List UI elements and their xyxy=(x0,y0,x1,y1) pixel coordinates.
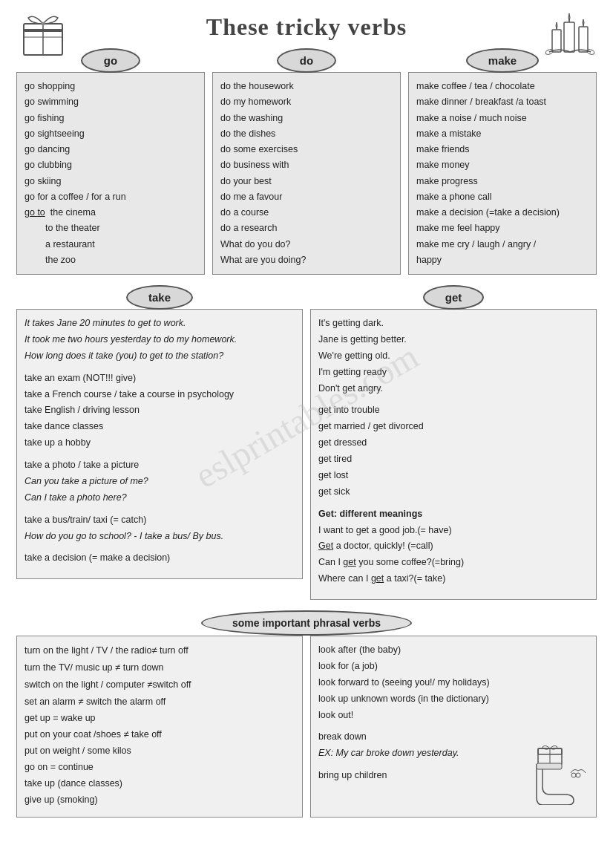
page-header: These tricky verbs xyxy=(16,13,597,41)
svg-rect-7 xyxy=(579,27,588,52)
get-meanings-group: Get: different meanings I want to get a … xyxy=(318,506,589,587)
phrasal-item: take up (dance classes) xyxy=(24,776,295,792)
do-item: do your best xyxy=(220,174,393,189)
phrasal-item: turn on the light / TV / the radio≠ turn… xyxy=(24,642,295,659)
take-intro-group: It takes Jane 20 minutes to get to work.… xyxy=(24,316,295,365)
make-box: make coffee / tea / chocolate make dinne… xyxy=(408,72,597,275)
take-item: take dance classes xyxy=(24,419,295,435)
do-item: do the housework xyxy=(220,79,393,94)
make-item: make a noise / much noise xyxy=(416,111,589,126)
phrasal-item: bring up children xyxy=(318,768,459,784)
do-item: do some exercises xyxy=(220,142,393,157)
get-item: get sick xyxy=(318,484,589,500)
make-item: make a mistake xyxy=(416,126,589,142)
phrasal-item: set an alarm ≠ switch the alarm off xyxy=(24,694,295,711)
phrasal-label: some important phrasal verbs xyxy=(201,610,412,636)
take-group3: take a bus/train/ taxi (= catch) How do … xyxy=(24,512,295,545)
phrasal-item: put on your coat /shoes ≠ take off xyxy=(24,726,295,743)
mid-section: take It takes Jane 20 minutes to get to … xyxy=(16,285,597,600)
go-item: the zoo xyxy=(24,252,197,268)
go-label: go xyxy=(81,48,140,73)
svg-point-3 xyxy=(42,22,45,26)
go-item: go to the cinema xyxy=(24,205,197,221)
svg-rect-5 xyxy=(552,30,561,52)
go-item: go sightseeing xyxy=(24,126,197,142)
phrasal-item: get up = wake up xyxy=(24,711,295,727)
take-intro: How long does it take (you) to get to th… xyxy=(24,348,295,365)
take-box: It takes Jane 20 minutes to get to work.… xyxy=(16,309,303,579)
phrasal-item: look forward to (seeing you!/ my holiday… xyxy=(318,675,589,691)
get-meanings-title: Get: different meanings xyxy=(318,506,589,523)
get-item: Get a doctor, quickly! (=call) xyxy=(318,538,589,555)
do-box: do the housework do my homework do the w… xyxy=(212,72,401,275)
make-label: make xyxy=(466,48,539,73)
do-item: do my homework xyxy=(220,94,393,110)
go-item: go clubbing xyxy=(24,157,197,173)
make-item: make dinner / breakfast /a toast xyxy=(416,94,589,110)
phrasal-item: put on weight / some kilos xyxy=(24,743,295,760)
phrasal-item: turn the TV/ music up ≠ turn down xyxy=(24,659,295,676)
do-column: do do the housework do my homework do th… xyxy=(212,48,401,275)
page-title: These tricky verbs xyxy=(206,13,407,41)
svg-rect-6 xyxy=(564,22,574,52)
phrasal-boxes: turn on the light / TV / the radio≠ turn… xyxy=(16,636,597,818)
take-group2: take a photo / take a picture Can you ta… xyxy=(24,457,295,506)
top-section: go go shopping go swimming go fishing go… xyxy=(16,48,597,275)
phrasal-item-italic: EX: My car broke down yesterday. xyxy=(318,745,459,762)
phrasal-item: switch on the light / computer ≠switch o… xyxy=(24,676,295,694)
get-item: get married / get divorced xyxy=(318,419,589,435)
take-label: take xyxy=(126,285,193,310)
take-item: take a decision (= make a decision) xyxy=(24,550,295,567)
make-item: make coffee / tea / chocolate xyxy=(416,79,589,94)
svg-point-15 xyxy=(576,773,580,777)
do-item: do me a favour xyxy=(220,189,393,205)
phrasal-section: some important phrasal verbs turn on the… xyxy=(16,610,597,818)
make-item: make a phone call xyxy=(416,189,589,205)
take-column: take It takes Jane 20 minutes to get to … xyxy=(16,285,303,600)
do-item: What are you doing? xyxy=(220,252,393,268)
take-item: take a French course / take a course in … xyxy=(24,387,295,403)
get-item: Where can I get a taxi?(= take) xyxy=(318,571,589,587)
go-item: go for a coffee / for a run xyxy=(24,189,197,205)
go-item: a restaurant xyxy=(24,237,197,252)
svg-point-14 xyxy=(571,773,576,777)
get-item: get lost xyxy=(318,468,589,484)
take-item: Can I take a photo here? xyxy=(24,490,295,506)
do-item: do business with xyxy=(220,157,393,173)
take-item: take an exam (NOT!!! give) xyxy=(24,371,295,387)
go-column: go go shopping go swimming go fishing go… xyxy=(16,48,205,275)
take-intro: It took me two hours yesterday to do my … xyxy=(24,332,295,348)
do-item: What do you do? xyxy=(220,237,393,252)
phrasal-item: look out! xyxy=(318,708,589,724)
phrasal-title-row: some important phrasal verbs xyxy=(16,610,597,636)
go-item: go dancing xyxy=(24,142,197,157)
get-item: get into trouble xyxy=(318,402,589,419)
take-item: take a photo / take a picture xyxy=(24,457,295,474)
do-item: do a course xyxy=(220,205,393,221)
take-item: Can you take a picture of me? xyxy=(24,474,295,490)
take-item: How do you go to school? - I take a bus/… xyxy=(24,529,295,545)
phrasal-item: give up (smoking) xyxy=(24,792,295,809)
get-intro: I'm getting ready xyxy=(318,365,589,381)
go-item: go skiing xyxy=(24,174,197,189)
stocking-icon xyxy=(535,745,589,811)
get-column: get It's getting dark. Jane is getting b… xyxy=(310,285,597,600)
make-item: make me cry / laugh / angry / xyxy=(416,237,589,252)
phrasal-item: look after (the baby) xyxy=(318,642,589,659)
make-column: make make coffee / tea / chocolate make … xyxy=(408,48,597,275)
get-item: I want to get a good job.(= have) xyxy=(318,523,589,539)
do-item: do the dishes xyxy=(220,126,393,142)
make-item: make money xyxy=(416,157,589,173)
get-box: It's getting dark. Jane is getting bette… xyxy=(310,309,597,600)
take-item: take English / driving lesson xyxy=(24,402,295,419)
make-item: make a decision (=take a decision) xyxy=(416,205,589,221)
phrasal-item: look for (a job) xyxy=(318,659,589,675)
take-intro: It takes Jane 20 minutes to get to work. xyxy=(24,316,295,332)
get-intro: We're getting old. xyxy=(318,348,589,365)
get-intro: Jane is getting better. xyxy=(318,332,589,348)
do-label: do xyxy=(277,48,336,73)
phrasal-item: look up unknown words (in the dictionary… xyxy=(318,691,589,708)
go-item: go shopping xyxy=(24,79,197,94)
phrasal-item: go on = continue xyxy=(24,760,295,776)
go-item: go fishing xyxy=(24,111,197,126)
